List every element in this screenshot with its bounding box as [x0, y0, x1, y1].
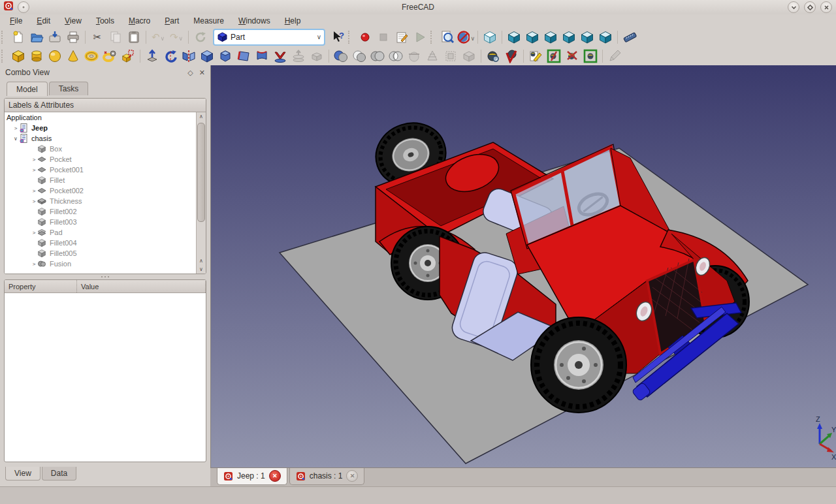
- tree-item-document[interactable]: >Jeep: [5, 123, 197, 133]
- tree-item[interactable]: >Fusion: [5, 259, 197, 269]
- open-document-button[interactable]: [27, 29, 46, 46]
- draw-style-button[interactable]: ∨: [457, 29, 475, 46]
- close-button[interactable]: [820, 1, 832, 13]
- sketch-create-button[interactable]: [605, 48, 624, 65]
- part-union-button[interactable]: [368, 48, 387, 65]
- part-extrude-button[interactable]: [143, 48, 161, 65]
- scroll-down-icon[interactable]: ∨: [197, 265, 206, 274]
- panel-splitter[interactable]: [4, 274, 206, 279]
- save-document-button[interactable]: [46, 29, 64, 46]
- toolbar-handle[interactable]: [1, 50, 7, 63]
- part-chamfer-button[interactable]: [216, 48, 234, 65]
- tree-item[interactable]: >Thickness: [5, 196, 197, 206]
- tab-view[interactable]: View: [5, 467, 40, 480]
- tree-item[interactable]: Box: [5, 144, 197, 154]
- minimize-button[interactable]: [788, 1, 799, 13]
- part-intersection-button[interactable]: [387, 48, 405, 65]
- float-panel-button[interactable]: ◇: [187, 69, 193, 77]
- part-primitives-button[interactable]: [101, 48, 119, 65]
- tree-item[interactable]: Fillet005: [5, 248, 197, 259]
- toolbar-handle[interactable]: [1, 31, 7, 44]
- view-left-button[interactable]: [596, 29, 615, 46]
- menu-item[interactable]: Help: [278, 16, 308, 26]
- tree-item[interactable]: >Pad: [5, 227, 197, 238]
- tree-item[interactable]: >Pocket001: [5, 165, 197, 175]
- redo-button[interactable]: ↷∨: [167, 29, 185, 46]
- view-top-button[interactable]: [523, 29, 541, 46]
- fit-all-button[interactable]: [438, 29, 457, 46]
- scrollbar-thumb[interactable]: [197, 123, 205, 222]
- view-bottom-button[interactable]: [578, 29, 596, 46]
- part-sphere-button[interactable]: [46, 48, 64, 65]
- tree-root[interactable]: Application: [5, 112, 197, 123]
- part-boolean-button[interactable]: [332, 48, 350, 65]
- part-cone-button[interactable]: [64, 48, 82, 65]
- macro-record-button[interactable]: [356, 29, 374, 46]
- view-rear-button[interactable]: [560, 29, 578, 46]
- tree-item[interactable]: >Pocket: [5, 154, 197, 165]
- toolbar-handle[interactable]: [430, 31, 436, 44]
- tab-tasks[interactable]: Tasks: [49, 82, 89, 95]
- part-defeaturing-button[interactable]: [502, 48, 521, 65]
- part-mirror-button[interactable]: [180, 48, 198, 65]
- sketch-map-c-button[interactable]: [581, 48, 600, 65]
- part-torus-button[interactable]: [82, 48, 101, 65]
- part-section-button[interactable]: [405, 48, 423, 65]
- tree-item[interactable]: Fillet004: [5, 238, 197, 248]
- part-shape-builder-button[interactable]: [119, 48, 137, 65]
- close-panel-button[interactable]: ✕: [199, 69, 205, 77]
- mdi-tab-chasis[interactable]: chasis : 1 ✕: [289, 468, 365, 485]
- mdi-tab-jeep[interactable]: Jeep : 1 ✕: [217, 468, 287, 485]
- menu-item[interactable]: Windows: [231, 16, 278, 26]
- refresh-button[interactable]: [191, 29, 210, 46]
- undo-button[interactable]: ↶∨: [149, 29, 167, 46]
- copy-button[interactable]: [106, 29, 125, 46]
- tab-model[interactable]: Model: [7, 82, 48, 96]
- new-document-button[interactable]: [9, 29, 27, 46]
- 3d-viewport[interactable]: Z Y X: [210, 65, 836, 467]
- part-offset-3d-button[interactable]: [442, 48, 460, 65]
- part-revolve-button[interactable]: [161, 48, 180, 65]
- tab-data[interactable]: Data: [42, 467, 76, 480]
- maximize-button[interactable]: [804, 1, 816, 13]
- macro-play-button[interactable]: [411, 29, 429, 46]
- part-loft-button[interactable]: [271, 48, 289, 65]
- tree-item[interactable]: Fillet002: [5, 206, 197, 217]
- part-ruled-surface-button[interactable]: [253, 48, 271, 65]
- menu-item[interactable]: Edit: [29, 16, 57, 26]
- whats-this-button[interactable]: ?: [329, 29, 347, 46]
- menu-item[interactable]: Macro: [121, 16, 157, 26]
- view-front-button[interactable]: [505, 29, 523, 46]
- part-cylinder-button[interactable]: [27, 48, 46, 65]
- view-right-button[interactable]: [541, 29, 560, 46]
- tree-item[interactable]: Fillet003: [5, 217, 197, 227]
- part-check-geometry-button[interactable]: [484, 48, 502, 65]
- scroll-up-icon[interactable]: ∧: [197, 257, 206, 265]
- close-tab-icon[interactable]: ✕: [346, 470, 358, 482]
- workbench-selector[interactable]: Part ∨: [213, 29, 325, 46]
- tree-item-document[interactable]: ∨chasis: [5, 133, 197, 144]
- part-fillet-button[interactable]: [198, 48, 216, 65]
- macro-edit-button[interactable]: [393, 29, 411, 46]
- scroll-up-icon[interactable]: ∧: [197, 112, 206, 121]
- menu-item[interactable]: Measure: [186, 16, 231, 26]
- toolbar-handle[interactable]: [348, 31, 353, 44]
- sketch-map-a-button[interactable]: [545, 48, 563, 65]
- tree-scrollbar[interactable]: ∧ ∧ ∨: [196, 112, 206, 274]
- view-axonometric-button[interactable]: [481, 29, 499, 46]
- part-offset-button[interactable]: [308, 48, 326, 65]
- print-button[interactable]: [64, 29, 82, 46]
- part-make-face-button[interactable]: [234, 48, 253, 65]
- sketch-map-b-button[interactable]: [563, 48, 581, 65]
- menu-item[interactable]: Tools: [89, 16, 121, 26]
- part-cross-sections-button[interactable]: [423, 48, 442, 65]
- sketch-edit-button[interactable]: [526, 48, 545, 65]
- tree-item[interactable]: Fillet: [5, 175, 197, 185]
- menu-item[interactable]: Part: [157, 16, 186, 26]
- part-cut-button[interactable]: [350, 48, 368, 65]
- part-thickness-button[interactable]: [460, 48, 478, 65]
- part-box-button[interactable]: [9, 48, 27, 65]
- measure-distance-button[interactable]: [620, 29, 639, 46]
- close-tab-icon[interactable]: ✕: [269, 470, 281, 482]
- cut-button[interactable]: ✂: [88, 29, 106, 46]
